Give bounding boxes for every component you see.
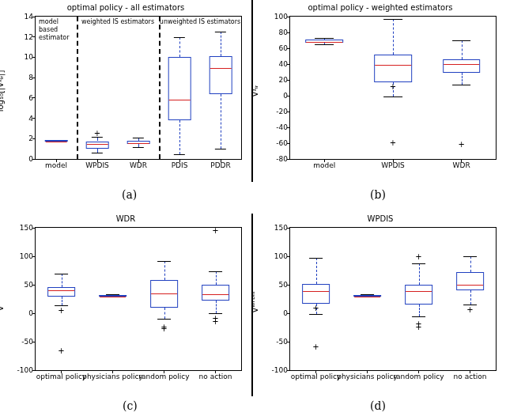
median-line [169,100,191,100]
plot-area: 02468101214modelWPDIS+WDRPDISPDDRmodel b… [35,16,242,160]
iqr-box [45,140,68,142]
whisker-cap [209,271,223,272]
whisker-cap [315,44,334,45]
y-tick-mark [287,96,290,96]
boxplot [210,17,232,159]
plot-area: -100-50050100150optimal policy++physicia… [289,227,497,371]
boxplot: +++ [405,228,433,370]
whisker-cap [412,316,426,317]
iqr-box [86,142,109,149]
whisker-lower [216,301,217,313]
outlier-marker: + [212,227,218,235]
whisker-cap [383,96,402,97]
x-tick-mark [324,159,325,162]
median-line [406,291,432,292]
y-tick-mark [287,256,290,257]
y-tick-mark [32,138,36,139]
iqr-box [405,285,433,305]
whisker-upper [164,261,165,280]
whisker-cap [215,32,226,32]
boxplot [353,228,382,370]
y-axis-label: Vᵡᵢᵣ [251,85,259,97]
y-tick-mark [32,313,36,314]
median-line [151,293,178,294]
median-line [202,294,229,295]
chart-title: optimal policy - all estimators [3,3,248,12]
median-line [303,291,330,292]
outlier-marker: + [160,325,167,333]
y-tick-mark [287,127,290,128]
iqr-box [47,287,76,297]
outlier-marker: + [390,83,396,91]
outlier-marker: + [458,141,464,149]
y-tick-mark [32,256,36,257]
y-tick-mark [32,78,36,78]
iqr-box [168,57,191,120]
chart-a: optimal policy - all estimators log₁₀[|V… [3,0,248,182]
boxplot: ++ [302,228,330,370]
y-tick-mark [287,80,290,81]
y-tick-mark [32,342,36,342]
x-tick-mark [215,370,216,373]
section-note: model based estimator [39,18,69,42]
x-tick-mark [179,159,180,162]
whisker-cap [133,147,144,148]
y-axis-label: Vᵂᴾᴰⁱˢ [251,291,259,312]
y-tick-mark [287,64,290,65]
y-tick-mark [287,370,290,371]
x-tick-mark [418,370,419,373]
y-tick-mark [32,36,36,37]
median-line [457,285,484,286]
whisker-lower [179,120,180,153]
y-tick-mark [32,118,36,119]
y-tick-mark [287,159,290,160]
outlier-marker: + [415,253,421,261]
whisker-cap [92,153,103,153]
x-tick-mark [61,370,62,373]
y-axis-label: log₁₀[|Vᵡᵢᵣ|] [0,70,5,112]
chart-b: optimal policy - weighted estimators Vᵡᵢ… [258,0,503,182]
x-tick-mark [393,159,394,162]
whisker-cap [133,138,144,138]
y-tick-mark [287,228,290,229]
boxplot [99,228,127,370]
whisker-lower [470,290,471,305]
whisker-cap [309,314,323,315]
chart-title: optimal policy - weighted estimators [258,3,503,12]
iqr-box [202,285,230,301]
iqr-box [353,295,382,297]
subfigure-caption-c: (c) [123,399,138,412]
whisker-cap [452,85,471,85]
x-tick-mark [470,370,470,373]
boxplot: ++ [374,17,412,159]
whisker-cap [157,319,172,320]
median-line [87,144,108,145]
whisker-cap [174,154,185,155]
median-line [100,297,126,297]
x-tick-mark [97,159,98,162]
boxplot: + [456,228,485,370]
boxplot [127,17,150,159]
median-line [307,42,343,43]
outlier-marker: + [415,324,421,331]
y-tick-mark [287,143,290,144]
boxplot: + [86,17,109,159]
median-line [48,290,75,291]
whisker-cap [309,258,323,259]
outlier-marker: + [58,347,64,355]
y-tick-mark [287,285,290,286]
whisker-cap [412,263,426,264]
whisker-upper [462,40,463,59]
y-tick-mark [287,32,290,33]
whisker-cap [315,38,334,39]
chart-title: WPDIS [258,214,503,223]
outlier-marker: + [466,306,473,314]
iqr-box [210,56,232,94]
whisker-upper [393,19,394,55]
whisker-cap [55,274,69,274]
median-line [46,142,67,142]
y-tick-mark [32,370,36,371]
y-tick-mark [287,112,290,112]
outlier-marker: + [58,307,64,315]
boxplot [168,17,191,159]
